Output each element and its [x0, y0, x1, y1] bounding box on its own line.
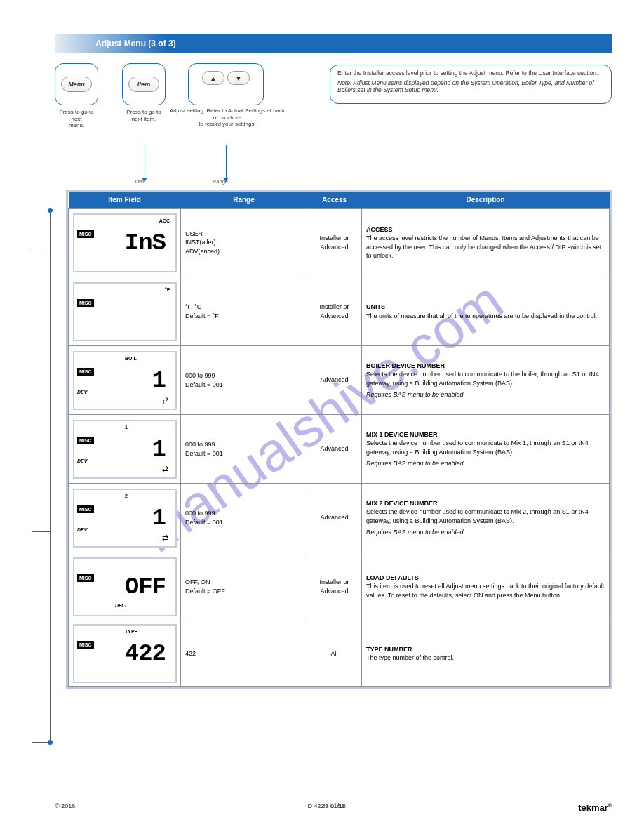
- down-arrow-icon: ▼: [227, 71, 250, 85]
- lcd-misc-label: MISC: [77, 368, 94, 376]
- menu-oval-icon: Menu: [61, 77, 92, 92]
- access-cell: Installer or Advanced: [307, 552, 362, 621]
- lcd-dev-label: DEV: [77, 389, 87, 395]
- th-description: Description: [362, 192, 610, 208]
- lcd-misc-label: MISC: [77, 230, 94, 238]
- range-cell: OFF, ONDefault = OFF: [181, 552, 307, 621]
- col-sub-range: Range: [206, 178, 234, 185]
- menu-button-ref: Menu Press to go to next menu.: [55, 63, 98, 105]
- arrows-legend: Adjust setting. Refer to Actual Settings…: [168, 107, 287, 128]
- lcd-display: MISCDEV21⇄: [73, 489, 177, 548]
- lcd-cell: MISCDEVBOIL1⇄: [69, 346, 181, 415]
- footer-copyright: © 2016: [55, 802, 75, 813]
- lcd-network-icon: ⇄: [162, 395, 168, 406]
- lcd-network-icon: ⇄: [162, 533, 168, 543]
- adjust-table-wrap: Item Field Range Access Description MISC…: [66, 190, 612, 689]
- range-cell: 000 to 999Default = 001: [181, 484, 307, 552]
- access-cell: Advanced: [307, 346, 362, 415]
- table-row: MISCDEV11⇄000 to 999Default = 001Advance…: [69, 415, 610, 484]
- lcd-display: MISCACCInS: [73, 213, 177, 272]
- button-row: Menu Press to go to next menu. Item Pres…: [55, 63, 612, 105]
- lcd-display: MISCTYPE422: [73, 624, 177, 683]
- adjust-table: Item Field Range Access Description MISC…: [68, 192, 610, 687]
- table-row: MISCDEVBOIL1⇄000 to 999Default = 001Adva…: [69, 346, 610, 415]
- range-cell: 000 to 999Default = 001: [181, 415, 307, 484]
- item-button-ref: Item Press to go to next item.: [122, 63, 166, 105]
- access-cell: All: [307, 621, 362, 687]
- table-row: MISCTYPE422422AllTYPE NUMBERThe type num…: [69, 621, 610, 687]
- th-range: Range: [181, 192, 307, 208]
- lcd-digits: 1: [152, 503, 166, 535]
- description-cell: BOILER DEVICE NUMBERSelects the device n…: [362, 346, 610, 415]
- item-legend: Press to go to next item.: [123, 109, 165, 122]
- section-header: Adjust Menu (3 of 3): [55, 34, 612, 53]
- header-note-line2: Note: Adjust Menu items displayed depend…: [337, 79, 604, 93]
- lcd-flag-sup: TYPE: [125, 628, 137, 635]
- lcd-cell: MISCDEV11⇄: [69, 415, 181, 484]
- description-cell: TYPE NUMBERThe type number of the contro…: [362, 621, 610, 687]
- footer-brand: tekmar®: [578, 802, 612, 813]
- range-cell: USERINST(aller)ADV(anced): [181, 208, 307, 277]
- lcd-digits: 1: [152, 365, 166, 397]
- description-cell: MIX 1 DEVICE NUMBERSelects the device nu…: [362, 415, 610, 484]
- description-cell: ACCESSThe access level restricts the num…: [362, 208, 610, 277]
- lcd-dflt-label: DFLT: [115, 602, 127, 609]
- th-item-field: Item Field: [69, 192, 181, 208]
- range-cell: 422: [181, 621, 307, 687]
- lcd-digits: OFF: [125, 571, 166, 604]
- lcd-cell: MISCACCInS: [69, 208, 181, 277]
- lcd-flag-sup: 1: [125, 424, 128, 430]
- lcd-flag-top: °F: [165, 286, 170, 293]
- th-access: Access: [307, 192, 362, 208]
- lcd-dev-label: DEV: [77, 458, 87, 464]
- header-note-line1: Enter the Installer access level prior t…: [337, 70, 604, 77]
- lcd-misc-label: MISC: [77, 574, 94, 582]
- arrows-button-ref: ▲ ▼ Adjust setting. Refer to Actual Sett…: [188, 63, 264, 105]
- footer-page: 45 of 52: [322, 802, 345, 809]
- lcd-misc-label: MISC: [77, 641, 94, 649]
- access-cell: Installer or Advanced: [307, 277, 362, 346]
- lcd-misc-label: MISC: [77, 437, 94, 444]
- range-cell: 000 to 999Default = 001: [181, 346, 307, 415]
- left-rail: [50, 208, 51, 742]
- page-content: Adjust Menu (3 of 3) Menu Press to go to…: [55, 34, 612, 689]
- up-arrow-icon: ▲: [202, 71, 224, 85]
- lcd-display: MISCDEV11⇄: [73, 420, 177, 479]
- lcd-cell: MISCDFLTOFF: [69, 552, 181, 621]
- range-cell: °F, °CDefault = °F: [181, 277, 307, 346]
- access-cell: Installer or Advanced: [307, 208, 362, 277]
- lcd-cell: MISC°F: [69, 277, 181, 346]
- lcd-cell: MISCDEV21⇄: [69, 484, 181, 552]
- menu-legend: Press to go to next menu.: [55, 109, 98, 129]
- lcd-misc-label: MISC: [77, 505, 94, 513]
- table-row: MISC°F°F, °CDefault = °FInstaller or Adv…: [69, 277, 610, 346]
- footer: © 2016 D 422 - 01/16 45 of 52 tekmar®: [55, 802, 612, 813]
- access-cell: Advanced: [307, 415, 362, 484]
- connector-arrow: [226, 145, 227, 181]
- lcd-display: MISCDEVBOIL1⇄: [73, 351, 177, 410]
- header-note-box: Enter the Installer access level prior t…: [330, 65, 612, 104]
- connector-item: [145, 145, 145, 181]
- lcd-display: MISC°F: [73, 282, 177, 341]
- lcd-cell: MISCTYPE422: [69, 621, 181, 687]
- lcd-flag-top: ACC: [159, 218, 170, 224]
- lcd-dev-label: DEV: [77, 527, 87, 533]
- table-row: MISCACCInSUSERINST(aller)ADV(anced)Insta…: [69, 208, 610, 277]
- description-cell: MIX 2 DEVICE NUMBERSelects the device nu…: [362, 484, 610, 552]
- description-cell: LOAD DEFAULTSThis item is used to reset …: [362, 552, 610, 621]
- lcd-digits: InS: [125, 227, 166, 260]
- col-sub-item: Item: [126, 178, 154, 185]
- item-oval-icon: Item: [128, 77, 159, 92]
- table-row: MISCDFLTOFFOFF, ONDefault = OFFInstaller…: [69, 552, 610, 621]
- access-cell: Advanced: [307, 484, 362, 552]
- lcd-flag-sup: 2: [125, 493, 128, 499]
- lcd-network-icon: ⇄: [162, 464, 168, 475]
- description-cell: UNITSThe units of measure that all of th…: [362, 277, 610, 346]
- lcd-display: MISCDFLTOFF: [73, 557, 177, 616]
- arrows-group: ▲ ▼: [202, 71, 250, 85]
- table-row: MISCDEV21⇄000 to 999Default = 001Advance…: [69, 484, 610, 552]
- lcd-misc-label: MISC: [77, 299, 94, 307]
- lcd-digits: 1: [152, 434, 166, 466]
- lcd-flag-sup: BOIL: [125, 355, 137, 362]
- lcd-digits: 422: [125, 638, 166, 670]
